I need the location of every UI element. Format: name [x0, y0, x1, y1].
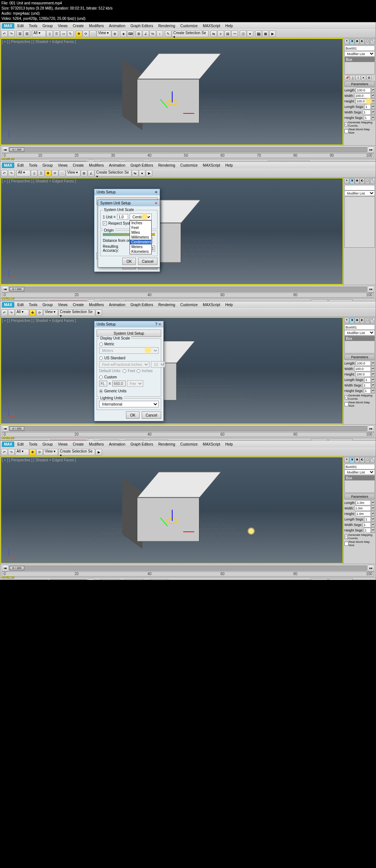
- key-mode-select[interactable]: Selected: [329, 578, 353, 580]
- rotate-icon[interactable]: ⟳: [52, 170, 58, 177]
- menu-graph-editors[interactable]: Graph Editors: [128, 302, 155, 308]
- menu-graph-editors[interactable]: Graph Editors: [128, 163, 155, 168]
- close-icon[interactable]: ✕: [155, 201, 158, 205]
- menu-tools[interactable]: Tools: [26, 442, 39, 447]
- gen-map-checkbox[interactable]: ✓: [344, 535, 348, 539]
- menu-tools[interactable]: Tools: [26, 163, 39, 168]
- parameters-rollout[interactable]: Parameters: [344, 81, 375, 87]
- named-sel-dropdown[interactable]: Create Selection Se ▾: [58, 309, 95, 316]
- material-icon[interactable]: ●: [139, 170, 145, 177]
- menu-help[interactable]: Help: [223, 442, 235, 447]
- curve-editor-icon[interactable]: 〜: [231, 30, 238, 37]
- time-slider[interactable]: 0 / 100: [9, 426, 367, 431]
- menu-animation[interactable]: Animation: [107, 302, 127, 308]
- menu-modifiers[interactable]: Modifiers: [87, 23, 106, 29]
- wsegs-field[interactable]: [363, 383, 371, 388]
- menu-modifiers[interactable]: Modifiers: [87, 302, 106, 308]
- keyboard-icon[interactable]: ⌨: [127, 30, 134, 37]
- menu-views[interactable]: Views: [56, 302, 70, 308]
- units-ok-button[interactable]: OK: [126, 411, 139, 419]
- wsegs-field[interactable]: [363, 110, 371, 115]
- auto-key-button[interactable]: Auto Key: [311, 578, 328, 580]
- ref-coord-selector[interactable]: View ▾: [97, 30, 111, 37]
- viewport[interactable]: [0, 317, 343, 424]
- real-world-checkbox[interactable]: [344, 402, 348, 406]
- unit-option-inches[interactable]: Inches: [130, 221, 151, 225]
- tab-create-icon[interactable]: ✦: [344, 39, 349, 45]
- unique-icon[interactable]: Ⅰ: [355, 75, 361, 80]
- menu-group[interactable]: Group: [40, 23, 55, 29]
- show-end-icon[interactable]: ▯: [350, 75, 355, 80]
- filter-selector[interactable]: All ▾: [17, 170, 30, 177]
- select-name-icon[interactable]: ☰: [53, 30, 60, 37]
- time-config-icon[interactable]: ⏮: [2, 146, 8, 153]
- time-ruler[interactable]: 020406080100: [2, 571, 374, 577]
- named-sel-dropdown[interactable]: Create Selection Se ▾: [58, 449, 95, 455]
- undo-icon[interactable]: ↶: [1, 30, 8, 37]
- menu-tools[interactable]: Tools: [26, 23, 39, 29]
- tab-hierarchy-icon[interactable]: ◉: [355, 318, 359, 324]
- time-end-icon[interactable]: ⏭: [368, 146, 374, 153]
- move-icon[interactable]: ✥: [29, 449, 36, 455]
- rotate-icon[interactable]: ⟳: [36, 449, 43, 455]
- viewport-label[interactable]: [ + ] [ Perspective ] [ Shaded + Edged F…: [2, 179, 76, 183]
- width-field[interactable]: [354, 366, 371, 371]
- pin-stack-icon[interactable]: 📌: [344, 75, 350, 80]
- unit-value-field[interactable]: [117, 214, 128, 220]
- viewport-label[interactable]: [ + ] [ Perspective ] [ Shaded + Edged F…: [2, 319, 76, 323]
- menu-help[interactable]: Help: [223, 23, 235, 29]
- unit-option-miles[interactable]: Miles: [130, 230, 151, 235]
- material-icon[interactable]: ●: [247, 30, 253, 37]
- tab-display-icon[interactable]: ▢: [365, 178, 370, 184]
- real-world-checkbox[interactable]: [344, 542, 348, 546]
- ref-coord-selector[interactable]: View ▾: [66, 170, 80, 177]
- viewport-label[interactable]: [ + ] [ Perspective ] [ Shaded + Edged F…: [2, 458, 76, 462]
- tab-hierarchy-icon[interactable]: ◉: [355, 178, 359, 184]
- menu-rendering[interactable]: Rendering: [156, 442, 177, 447]
- tab-modify-icon[interactable]: ◗: [350, 457, 354, 463]
- menu-animation[interactable]: Animation: [107, 163, 127, 168]
- unit-option-feet[interactable]: Feet: [130, 225, 151, 230]
- menu-create[interactable]: Create: [70, 23, 86, 29]
- wsegs-spinner[interactable]: ▴▾: [371, 110, 375, 115]
- close-icon[interactable]: ✕: [158, 322, 161, 326]
- menu-customize[interactable]: Customize: [178, 23, 200, 29]
- unit-option-centimeters[interactable]: Centimeters: [130, 240, 151, 244]
- redo-icon[interactable]: ↷: [8, 170, 15, 177]
- tab-motion-icon[interactable]: ◐: [360, 178, 365, 184]
- time-end-icon[interactable]: ⏭: [368, 565, 374, 571]
- length-spinner[interactable]: ▴▾: [371, 88, 375, 93]
- metric-radio[interactable]: [99, 342, 103, 346]
- render-frame-icon[interactable]: ▦: [262, 30, 269, 37]
- tab-display-icon[interactable]: ▢: [365, 318, 370, 324]
- tab-modify-icon[interactable]: ◗: [350, 178, 354, 184]
- mirror-icon[interactable]: ⇋: [210, 30, 217, 37]
- parameters-rollout[interactable]: Parameters: [344, 354, 375, 360]
- lighting-select[interactable]: International: [99, 401, 159, 407]
- menu-animation[interactable]: Animation: [107, 23, 127, 29]
- gen-map-checkbox[interactable]: ✓: [344, 395, 348, 399]
- tab-display-icon[interactable]: ▢: [365, 457, 370, 463]
- layers-icon[interactable]: ▤: [224, 30, 231, 37]
- lsegs-spinner[interactable]: ▴▾: [371, 377, 375, 382]
- tab-hierarchy-icon[interactable]: ◉: [355, 457, 359, 463]
- menu-animation[interactable]: Animation: [107, 442, 127, 447]
- hsegs-spinner[interactable]: ▴▾: [371, 115, 375, 120]
- viewport-label[interactable]: [ + ] [ Perspective ] [ Shaded + Edged F…: [2, 40, 76, 44]
- menu-edit[interactable]: Edit: [15, 23, 26, 29]
- menu-rendering[interactable]: Rendering: [156, 23, 177, 29]
- move-icon[interactable]: ✥: [29, 309, 36, 316]
- length-field[interactable]: [356, 500, 371, 505]
- max-menu[interactable]: MAX: [2, 302, 14, 308]
- width-spinner[interactable]: ▴▾: [371, 366, 375, 371]
- sys-ok-button[interactable]: OK: [122, 258, 135, 265]
- redo-icon[interactable]: ↷: [8, 449, 15, 455]
- units-cancel-button[interactable]: Cancel: [142, 411, 161, 419]
- time-slider[interactable]: 0 / 100: [9, 147, 367, 152]
- modifier-list-select[interactable]: Modifier List: [344, 51, 375, 57]
- modifier-stack-item[interactable]: Box: [345, 476, 375, 480]
- filter-selector[interactable]: All ▾: [32, 30, 46, 37]
- modifier-list-select[interactable]: Modifier List: [344, 190, 375, 196]
- undo-icon[interactable]: ↶: [1, 449, 8, 455]
- remove-mod-icon[interactable]: ✕: [361, 75, 366, 80]
